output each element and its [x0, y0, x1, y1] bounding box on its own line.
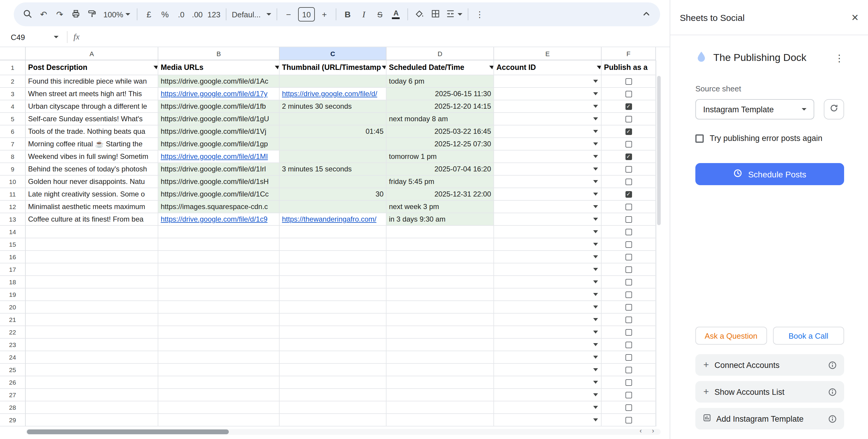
- cell-C10[interactable]: [280, 176, 386, 188]
- cell-A6[interactable]: Tools of the trade. Nothing beats qua: [26, 125, 158, 138]
- cell-A10[interactable]: Golden hour never disappoints. Natu: [26, 176, 158, 188]
- horizontal-scrollbar-thumb[interactable]: [27, 430, 229, 434]
- row-header-24[interactable]: 24: [0, 351, 26, 364]
- cell-A18[interactable]: [26, 276, 158, 288]
- cell-B1[interactable]: Media URLs: [158, 60, 280, 75]
- cell-C23[interactable]: [280, 339, 386, 351]
- cell-B23[interactable]: [158, 339, 280, 351]
- cell-E23[interactable]: [494, 339, 601, 351]
- cell-A12[interactable]: Minimalist aesthetic meets maximum: [26, 201, 158, 213]
- cell-E11[interactable]: [494, 188, 601, 201]
- percent-format-button[interactable]: %: [157, 7, 173, 22]
- cell-C6[interactable]: 01:45: [280, 125, 386, 138]
- row-header-19[interactable]: 19: [0, 288, 26, 301]
- publish-checkbox[interactable]: ✓: [625, 153, 632, 160]
- cell-D11[interactable]: 2025-12-31 22:00: [386, 188, 494, 201]
- cell-E17[interactable]: [494, 263, 601, 276]
- cell-E6[interactable]: [494, 125, 601, 138]
- account-dropdown-icon[interactable]: [593, 180, 598, 183]
- publish-checkbox[interactable]: [625, 354, 632, 360]
- cell-A3[interactable]: When street art meets high art! This: [26, 88, 158, 100]
- cell-C18[interactable]: [280, 276, 386, 288]
- cell-F10[interactable]: [601, 176, 656, 188]
- account-dropdown-icon[interactable]: [593, 155, 598, 158]
- cell-B13[interactable]: https://drive.google.com/file/d/1c9: [158, 213, 280, 226]
- row-header-12[interactable]: 12: [0, 201, 26, 213]
- row-header-3[interactable]: 3: [0, 88, 26, 100]
- book-call-button[interactable]: Book a Call: [773, 327, 844, 345]
- cell-F11[interactable]: ✓: [601, 188, 656, 201]
- schedule-posts-button[interactable]: Schedule Posts: [695, 163, 844, 185]
- redo-button[interactable]: ↷: [52, 7, 67, 22]
- decrease-font-size-button[interactable]: −: [281, 7, 296, 22]
- cell-D9[interactable]: 2025-07-04 16:20: [386, 163, 494, 176]
- cell-A2[interactable]: Found this incredible piece while wan: [26, 75, 158, 88]
- cell-F4[interactable]: ✓: [601, 100, 656, 113]
- source-sheet-select[interactable]: Instagram Template: [695, 99, 814, 120]
- cell-A23[interactable]: [26, 339, 158, 351]
- cell-B20[interactable]: [158, 301, 280, 314]
- publish-checkbox[interactable]: ✓: [625, 128, 632, 135]
- account-dropdown-icon[interactable]: [593, 143, 598, 146]
- horizontal-scrollbar[interactable]: ‹ ›: [26, 429, 661, 435]
- cell-E3[interactable]: [494, 88, 601, 100]
- cell-A1[interactable]: Post Description: [26, 60, 158, 75]
- cell-E4[interactable]: [494, 100, 601, 113]
- cell-B5[interactable]: https://drive.google.com/file/d/1gU: [158, 113, 280, 125]
- cell-B8[interactable]: https://drive.google.com/file/d/1MI: [158, 151, 280, 163]
- account-dropdown-icon[interactable]: [593, 218, 598, 221]
- cell-E15[interactable]: [494, 238, 601, 251]
- row-header-25[interactable]: 25: [0, 364, 26, 376]
- cell-F9[interactable]: [601, 163, 656, 176]
- cell-A7[interactable]: Morning coffee ritual ☕ Starting the: [26, 138, 158, 151]
- cell-E7[interactable]: [494, 138, 601, 151]
- publish-checkbox[interactable]: [625, 140, 632, 147]
- cell-F3[interactable]: [601, 88, 656, 100]
- row-header-20[interactable]: 20: [0, 301, 26, 314]
- cell-B18[interactable]: [158, 276, 280, 288]
- cell-B4[interactable]: https://drive.google.com/file/d/1fb: [158, 100, 280, 113]
- strikethrough-button[interactable]: S: [372, 7, 388, 22]
- publish-checkbox[interactable]: [625, 266, 632, 273]
- cell-F13[interactable]: [601, 213, 656, 226]
- cell-D28[interactable]: [386, 401, 494, 414]
- cell-F22[interactable]: [601, 326, 656, 339]
- cell-D25[interactable]: [386, 364, 494, 376]
- cell-A11[interactable]: Late night creativity session. Some o: [26, 188, 158, 201]
- publish-checkbox[interactable]: [625, 279, 632, 285]
- cell-C20[interactable]: [280, 301, 386, 314]
- cell-B6[interactable]: https://drive.google.com/file/d/1Vj: [158, 125, 280, 138]
- cell-D17[interactable]: [386, 263, 494, 276]
- account-dropdown-icon[interactable]: [593, 268, 598, 271]
- publish-checkbox[interactable]: ✓: [625, 191, 632, 197]
- hide-menus-button[interactable]: [639, 7, 654, 22]
- publish-checkbox[interactable]: [625, 78, 632, 85]
- cell-E19[interactable]: [494, 288, 601, 301]
- cell-F25[interactable]: [601, 364, 656, 376]
- cell-B9[interactable]: https://drive.google.com/file/d/1Irl: [158, 163, 280, 176]
- account-dropdown-icon[interactable]: [593, 306, 598, 309]
- publish-checkbox[interactable]: [625, 228, 632, 235]
- cell-C13[interactable]: https://thewanderingafro.com/: [280, 213, 386, 226]
- cell-F28[interactable]: [601, 401, 656, 414]
- cell-D14[interactable]: [386, 226, 494, 238]
- cell-D5[interactable]: next monday 8 am: [386, 113, 494, 125]
- cell-E10[interactable]: [494, 176, 601, 188]
- cell-B11[interactable]: https://drive.google.com/file/d/1Cc: [158, 188, 280, 201]
- cell-B15[interactable]: [158, 238, 280, 251]
- cell-C3[interactable]: https://drive.google.com/file/d/: [280, 88, 386, 100]
- cell-F14[interactable]: [601, 226, 656, 238]
- text-color-button[interactable]: A: [388, 7, 404, 22]
- cell-D22[interactable]: [386, 326, 494, 339]
- cell-B2[interactable]: https://drive.google.com/file/d/1Ac: [158, 75, 280, 88]
- account-dropdown-icon[interactable]: [593, 393, 598, 396]
- cell-E21[interactable]: [494, 314, 601, 326]
- column-header-c[interactable]: C: [280, 47, 386, 60]
- cell-B25[interactable]: [158, 364, 280, 376]
- account-dropdown-icon[interactable]: [593, 80, 598, 83]
- cell-F26[interactable]: [601, 376, 656, 389]
- row-header-21[interactable]: 21: [0, 314, 26, 326]
- publish-checkbox[interactable]: [625, 304, 632, 310]
- publish-checkbox[interactable]: ✓: [625, 103, 632, 109]
- row-header-2[interactable]: 2: [0, 75, 26, 88]
